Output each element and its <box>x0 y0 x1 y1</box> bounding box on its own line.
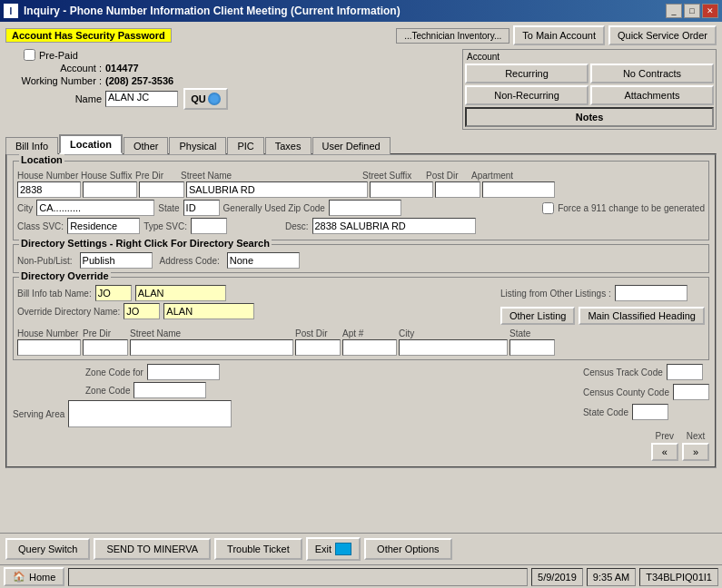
no-contracts-button[interactable]: No Contracts <box>590 64 714 83</box>
house-number-header: House Number <box>17 171 81 181</box>
dir-override-left: Bill Info tab Name: Override Directory N… <box>17 285 493 325</box>
prepaid-checkbox[interactable] <box>24 49 35 61</box>
zip-label: Generally Used Zip Code <box>223 203 325 213</box>
pre-dir-input[interactable] <box>139 181 184 198</box>
tab-other[interactable]: Other <box>124 137 169 154</box>
name-value: ALAN JC <box>105 91 178 107</box>
serving-area-input[interactable] <box>68 400 232 427</box>
override-city-input[interactable] <box>399 339 508 356</box>
force-911-label: Force a 911 change to be generated <box>558 203 705 213</box>
class-svc-input[interactable] <box>67 218 140 234</box>
address-code-input[interactable] <box>227 252 300 269</box>
serving-area-row: Serving Area <box>13 400 576 427</box>
non-pub-input[interactable] <box>80 252 153 269</box>
dir-override-main: Bill Info tab Name: Override Directory N… <box>17 285 705 325</box>
send-to-minerva-button[interactable]: SEND TO MINERVA <box>94 538 211 560</box>
state-input[interactable] <box>183 200 220 216</box>
house-number-input[interactable] <box>17 181 81 198</box>
override-state-input[interactable] <box>509 339 555 356</box>
force-911-checkbox[interactable] <box>542 202 554 214</box>
trouble-ticket-button[interactable]: Trouble Ticket <box>214 538 302 560</box>
other-listing-button[interactable]: Other Listing <box>500 307 575 325</box>
directory-override-section: Directory Override Bill Info tab Name: O… <box>13 277 709 360</box>
house-suffix-input[interactable] <box>83 181 137 198</box>
census-county-label: Census County Code <box>583 387 669 397</box>
main-classified-button[interactable]: Main Classified Heading <box>579 307 705 325</box>
zone-code-row: Zone Code <box>13 382 576 398</box>
override-apt-input[interactable] <box>342 339 397 356</box>
directory-settings-section: Directory Settings - Right Click For Dir… <box>13 244 709 273</box>
status-text <box>68 568 528 586</box>
account-label: Account : <box>5 63 105 74</box>
notes-button[interactable]: Notes <box>465 107 714 127</box>
desc-input[interactable] <box>312 218 476 234</box>
override-apt-header: Apt # <box>342 328 397 338</box>
override-dir-input2[interactable] <box>163 303 254 319</box>
override-city-header: City <box>399 328 508 338</box>
close-button[interactable]: ✕ <box>702 4 718 18</box>
override-addr-inputs <box>17 339 705 356</box>
override-state-header: State <box>509 328 555 338</box>
apartment-input[interactable] <box>482 181 555 198</box>
zip-input[interactable] <box>329 200 401 216</box>
tab-bill-info[interactable]: Bill Info <box>5 137 58 154</box>
query-switch-button[interactable]: Query Switch <box>5 538 90 560</box>
class-svc-label: Class SVC: <box>17 221 64 231</box>
next-button[interactable]: » <box>682 443 709 461</box>
quick-service-order-button[interactable]: Quick Service Order <box>608 25 717 45</box>
street-suffix-input[interactable] <box>370 181 433 198</box>
app-icon: I <box>4 4 18 18</box>
toolbar-row: Account Has Security Password ...Technic… <box>5 25 717 45</box>
tab-location[interactable]: Location <box>59 134 123 154</box>
account-info-section: Pre-Paid Account : 014477 Working Number… <box>5 49 455 130</box>
non-recurring-button[interactable]: Non-Recurring <box>465 85 588 105</box>
zone-code-label: Zone Code <box>85 386 130 396</box>
type-svc-input[interactable] <box>191 218 227 234</box>
override-predir-header: Pre Dir <box>83 328 128 338</box>
census-tract-input[interactable] <box>667 364 703 380</box>
override-house-input[interactable] <box>17 339 81 356</box>
other-options-button[interactable]: Other Options <box>364 538 451 560</box>
bill-info-tab-input1[interactable] <box>95 285 132 301</box>
attachments-button[interactable]: Attachments <box>590 85 714 105</box>
tech-inventory-button[interactable]: ...Technician Inventory... <box>396 28 509 44</box>
working-number-value: (208) 257-3536 <box>105 75 173 86</box>
tabs-row: Bill Info Location Other Physical PIC Ta… <box>5 133 717 153</box>
override-street-input[interactable] <box>130 339 293 356</box>
bill-info-tab-input2[interactable] <box>135 285 226 301</box>
override-dir-input1[interactable] <box>124 303 160 319</box>
post-dir-header: Post Dir <box>426 171 471 181</box>
census-county-input[interactable] <box>673 384 709 400</box>
pre-dir-header: Pre Dir <box>135 171 181 181</box>
exit-button[interactable]: Exit <box>306 537 361 561</box>
next-label: Next <box>687 431 706 441</box>
qu-button[interactable]: QU <box>183 88 228 110</box>
bill-info-tab-label: Bill Info tab Name: <box>17 289 92 299</box>
class-type-row: Class SVC: Type SVC: Desc: <box>17 218 705 234</box>
override-postdir-input[interactable] <box>295 339 341 356</box>
street-name-input[interactable] <box>186 181 368 198</box>
recurring-button[interactable]: Recurring <box>465 64 588 83</box>
tab-taxes[interactable]: Taxes <box>265 137 312 154</box>
state-code-label: State Code <box>583 407 628 417</box>
zone-code-input[interactable] <box>134 382 206 398</box>
tab-user-defined[interactable]: User Defined <box>312 137 391 154</box>
prev-label: Prev <box>656 431 675 441</box>
listing-from-row: Listing from Other Listings : <box>500 285 705 301</box>
minimize-button[interactable]: _ <box>666 4 682 18</box>
tab-pic[interactable]: PIC <box>227 137 263 154</box>
prepaid-label: Pre-Paid <box>39 50 78 61</box>
post-dir-input[interactable] <box>435 181 480 198</box>
prev-button[interactable]: « <box>651 443 678 461</box>
location-headers: House Number House Suffix Pre Dir Street… <box>17 171 705 181</box>
tab-physical[interactable]: Physical <box>169 137 226 154</box>
to-main-account-button[interactable]: To Main Account <box>513 25 605 45</box>
zone-code-for-input[interactable] <box>147 364 220 380</box>
maximize-button[interactable]: □ <box>684 4 700 18</box>
home-button[interactable]: 🏠 Home <box>4 567 64 586</box>
city-input[interactable] <box>36 200 154 216</box>
name-label: Name <box>5 93 105 104</box>
state-code-input[interactable] <box>632 404 668 420</box>
listing-from-input[interactable] <box>615 285 687 301</box>
override-predir-input[interactable] <box>83 339 128 356</box>
